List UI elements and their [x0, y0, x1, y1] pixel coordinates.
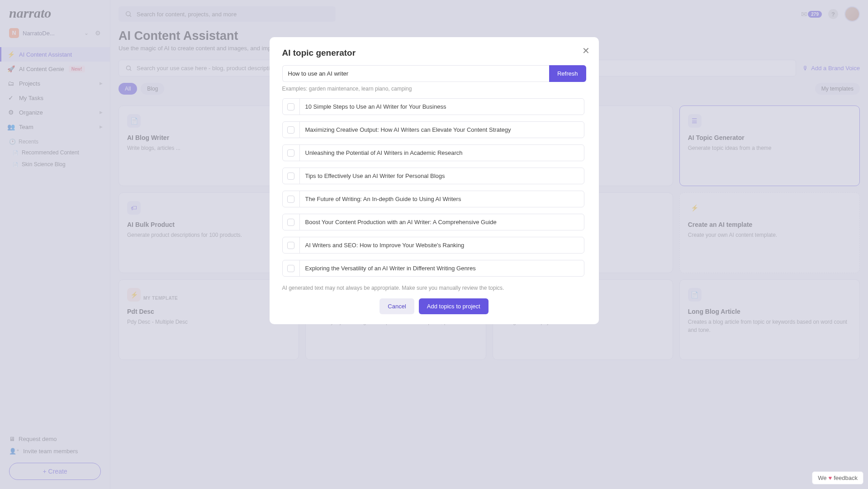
checkbox-icon	[287, 126, 294, 134]
topic-item[interactable]: Exploring the Versatility of an AI Write…	[282, 260, 584, 277]
examples-text: Examples: garden maintenance, learn pian…	[282, 86, 586, 92]
modal-title: AI topic generator	[282, 48, 586, 58]
topic-item[interactable]: Boost Your Content Production with an AI…	[282, 214, 584, 230]
checkbox-icon	[287, 219, 294, 226]
topic-checkbox[interactable]	[283, 145, 300, 161]
checkbox-icon	[287, 149, 294, 157]
feedback-we: We	[818, 475, 826, 481]
topic-item[interactable]: AI Writers and SEO: How to Improve Your …	[282, 237, 584, 254]
checkbox-icon	[287, 242, 294, 249]
topic-item[interactable]: Unleashing the Potential of AI Writers i…	[282, 144, 584, 161]
checkbox-icon	[287, 265, 294, 272]
topic-checkorder-checkbox[interactable]	[283, 99, 300, 115]
disclaimer-text: AI generated text may not always be appr…	[282, 285, 586, 291]
feedback-chip[interactable]: We ♥ feedback	[812, 471, 863, 484]
topic-item[interactable]: The Future of Writing: An In-depth Guide…	[282, 191, 584, 207]
topic-text: Tips to Effectively Use an AI Writer for…	[300, 168, 584, 184]
topic-text: Maximizing Creative Output: How AI Write…	[300, 122, 584, 138]
topic-text: Boost Your Content Production with an AI…	[300, 214, 584, 230]
heart-icon: ♥	[829, 475, 832, 481]
topic-checkbox[interactable]	[283, 168, 300, 184]
topics-list[interactable]: 10 Simple Steps to Use an AI Writer for …	[282, 98, 586, 279]
topic-item[interactable]: 10 Simple Steps to Use an AI Writer for …	[282, 98, 584, 115]
checkbox-icon	[287, 196, 294, 203]
topic-checkbox[interactable]	[283, 122, 300, 138]
add-topics-button[interactable]: Add topics to project	[419, 298, 489, 314]
feedback-text: feedback	[834, 475, 858, 481]
modal-overlay: ✕ AI topic generator Refresh Examples: g…	[0, 0, 868, 489]
checkbox-icon	[287, 173, 294, 180]
topic-checkbox[interactable]	[283, 191, 300, 207]
modal-actions: Cancel Add topics to project	[282, 298, 586, 314]
refresh-button[interactable]: Refresh	[549, 65, 586, 82]
topic-text: The Future of Writing: An In-depth Guide…	[300, 191, 584, 207]
topic-text: Unleashing the Potential of AI Writers i…	[300, 145, 584, 161]
topic-text: 10 Simple Steps to Use an AI Writer for …	[300, 99, 584, 115]
topic-checkbox[interactable]	[283, 214, 300, 230]
topic-text: AI Writers and SEO: How to Improve Your …	[300, 237, 584, 253]
topic-input[interactable]	[282, 65, 549, 82]
topic-item[interactable]: Maximizing Creative Output: How AI Write…	[282, 121, 584, 138]
topic-generator-modal: ✕ AI topic generator Refresh Examples: g…	[270, 37, 599, 324]
topic-input-row: Refresh	[282, 65, 586, 82]
topic-item[interactable]: Tips to Effectively Use an AI Writer for…	[282, 168, 584, 184]
checkbox-icon	[287, 103, 294, 110]
close-button[interactable]: ✕	[582, 45, 590, 56]
cancel-button[interactable]: Cancel	[379, 298, 414, 314]
close-icon: ✕	[582, 46, 590, 56]
topic-checkbox[interactable]	[283, 237, 300, 253]
topic-checkbox[interactable]	[283, 260, 300, 276]
topic-text: Exploring the Versatility of an AI Write…	[300, 260, 584, 276]
